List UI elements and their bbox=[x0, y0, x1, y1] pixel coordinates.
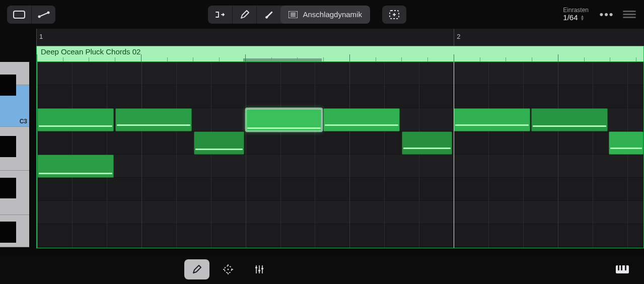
top-toolbar: Anschlagdynamik Einrasten 1/64 ▴▾ ••• bbox=[0, 0, 644, 29]
tool-group: Anschlagdynamik bbox=[208, 6, 370, 24]
note-parameter-selector[interactable]: Anschlagdynamik bbox=[280, 6, 370, 24]
playhead[interactable] bbox=[454, 62, 454, 248]
midi-note[interactable] bbox=[609, 131, 643, 155]
pencil-tool-button[interactable] bbox=[232, 6, 256, 24]
midi-note[interactable] bbox=[194, 131, 244, 155]
snap-selector[interactable]: Einrasten 1/64 ▴▾ bbox=[563, 7, 589, 22]
pencil-icon bbox=[240, 10, 249, 19]
midi-note[interactable] bbox=[454, 108, 530, 131]
piano-black-key[interactable] bbox=[0, 178, 16, 198]
svg-rect-25 bbox=[621, 265, 622, 270]
join-tool-button[interactable] bbox=[208, 6, 232, 24]
panel-drag-handle[interactable] bbox=[622, 11, 637, 18]
piano-black-key[interactable] bbox=[0, 222, 16, 242]
key-label-c3: C3 bbox=[20, 118, 27, 125]
quantize-button[interactable] bbox=[216, 259, 241, 279]
region-ticks bbox=[37, 54, 643, 61]
time-ruler[interactable]: 12 bbox=[36, 29, 644, 46]
ruler-row: 12 bbox=[0, 29, 644, 46]
midi-note[interactable] bbox=[402, 131, 452, 155]
handle-line-icon bbox=[623, 14, 636, 15]
piano-black-key[interactable] bbox=[0, 136, 16, 157]
chevron-up-down-icon: ▴▾ bbox=[581, 15, 584, 21]
keyboard-button[interactable] bbox=[610, 259, 635, 279]
midi-note[interactable] bbox=[531, 108, 608, 131]
more-menu-button[interactable]: ••• bbox=[597, 8, 617, 21]
piano-roll: C3 bbox=[0, 62, 644, 248]
mixer-button[interactable] bbox=[247, 259, 272, 279]
bottom-toolbar bbox=[0, 255, 644, 284]
midi-note[interactable] bbox=[323, 108, 400, 131]
svg-point-12 bbox=[228, 269, 229, 270]
automation-line-icon bbox=[37, 11, 50, 19]
piano-icon bbox=[615, 265, 629, 274]
midi-note[interactable] bbox=[115, 108, 192, 131]
edit-mode-button[interactable] bbox=[184, 259, 209, 279]
snap-label: Einrasten bbox=[563, 7, 589, 14]
region-view-button[interactable] bbox=[7, 6, 31, 24]
ellipsis-icon: ••• bbox=[599, 8, 614, 21]
svg-line-3 bbox=[40, 13, 47, 16]
svg-rect-21 bbox=[258, 270, 260, 271]
view-mode-group bbox=[7, 6, 55, 24]
brush-tool-button[interactable] bbox=[256, 6, 280, 24]
handle-line-icon bbox=[623, 11, 636, 12]
midi-region-header[interactable]: Deep Ocean Pluck Chords 02 bbox=[36, 46, 644, 62]
pencil-icon bbox=[192, 264, 202, 274]
svg-rect-26 bbox=[625, 265, 626, 270]
bar-number: 2 bbox=[457, 33, 460, 40]
svg-rect-22 bbox=[261, 268, 263, 269]
midi-note[interactable] bbox=[37, 108, 114, 131]
join-icon bbox=[214, 10, 226, 19]
midi-note[interactable] bbox=[246, 108, 322, 131]
brush-icon bbox=[264, 10, 274, 19]
svg-rect-0 bbox=[14, 11, 25, 18]
region-header-row: Deep Ocean Pluck Chords 02 bbox=[0, 46, 644, 62]
automation-view-button[interactable] bbox=[31, 6, 55, 24]
snap-value: 1/64 bbox=[563, 14, 578, 22]
list-icon bbox=[289, 11, 298, 18]
marquee-tool-button[interactable] bbox=[382, 6, 406, 24]
midi-note[interactable] bbox=[37, 155, 114, 178]
bar-number: 1 bbox=[39, 33, 43, 40]
note-grid[interactable] bbox=[36, 62, 644, 248]
piano-black-key[interactable] bbox=[0, 75, 16, 95]
timing-icon bbox=[222, 263, 234, 275]
piano-keyboard[interactable]: C3 bbox=[0, 62, 36, 248]
marquee-icon bbox=[389, 10, 400, 20]
parameter-label: Anschlagdynamik bbox=[303, 10, 362, 19]
sliders-icon bbox=[254, 264, 265, 275]
svg-rect-20 bbox=[255, 267, 257, 268]
rectangle-icon bbox=[13, 11, 25, 19]
handle-line-icon bbox=[623, 17, 636, 18]
svg-rect-24 bbox=[618, 265, 619, 270]
